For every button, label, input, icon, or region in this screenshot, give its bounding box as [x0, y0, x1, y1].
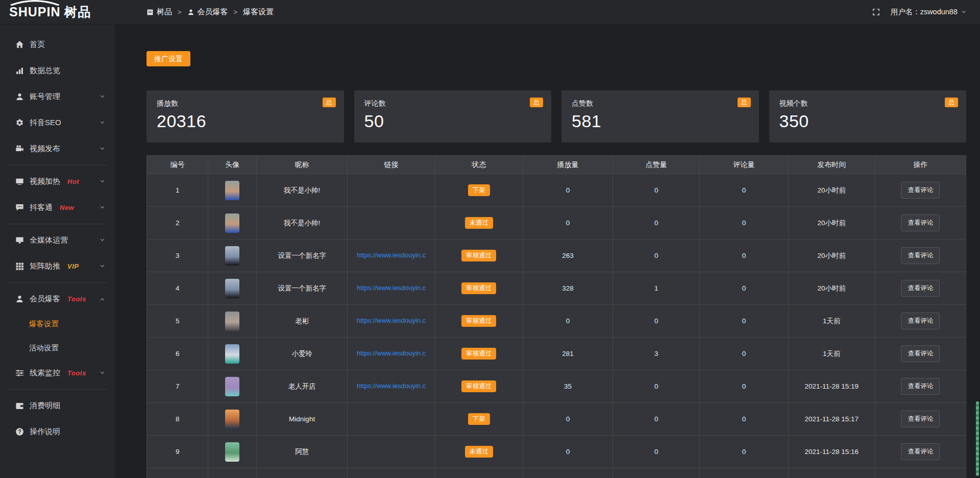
sliders-icon	[15, 369, 24, 377]
cell-plays: 328	[523, 272, 613, 305]
cell-empty	[875, 468, 966, 478]
user-menu[interactable]: 用户名：zswodun88	[891, 7, 967, 17]
cell-nickname: 老人开店	[257, 370, 348, 403]
cell-plays: 281	[523, 338, 613, 370]
sidebar-subitem-baoke-settings[interactable]: 爆客设置	[0, 312, 115, 336]
table-row: 2我不是小帅!未通过00020小时前查看评论	[147, 207, 966, 240]
sidebar-item-member-baoke[interactable]: 会员爆客Tools	[0, 286, 115, 312]
column-header: 链接	[348, 156, 435, 174]
comments-value: 0	[742, 317, 746, 325]
sidebar-item-douyin-seo[interactable]: 抖音SEO	[0, 110, 115, 136]
column-header: 发布时间	[788, 156, 875, 174]
video-link[interactable]: https://www.iesdouyin.c	[357, 317, 426, 324]
cell-publish-time: 20小时前	[788, 207, 875, 240]
row-id: 3	[176, 252, 180, 259]
avatar	[225, 312, 239, 331]
status-badge: 审核通过	[461, 282, 496, 295]
view-comments-button[interactable]: 查看评论	[901, 411, 940, 427]
cell-id: 9	[147, 436, 208, 468]
sidebar-item-label: 视频加热	[30, 177, 60, 186]
sidebar-item-matrix-boost[interactable]: 矩阵助推VIP	[0, 253, 115, 279]
chevron-down-icon	[99, 119, 106, 126]
logo-arc-icon	[9, 0, 60, 6]
cell-plays: 0	[523, 403, 613, 436]
cell-status: 审核通过	[435, 338, 523, 370]
question-icon: ?	[15, 427, 24, 436]
likes-value: 0	[654, 186, 658, 194]
sidebar-item-douketong[interactable]: 抖客通New	[0, 195, 115, 221]
sidebar-item-label: 抖音SEO	[30, 118, 61, 128]
sidebar-item-label: 线索监控	[30, 368, 60, 378]
view-comments-button[interactable]: 查看评论	[901, 345, 940, 362]
status-badge: 审核通过	[461, 315, 496, 327]
view-comments-button[interactable]: 查看评论	[901, 313, 940, 329]
plays-value: 0	[566, 415, 570, 423]
likes-value: 0	[654, 415, 658, 423]
cell-nickname: 设置一个新名字	[257, 240, 348, 272]
sidebar-item-clue-monitor[interactable]: 线索监控Tools	[0, 360, 115, 386]
comments-value: 0	[742, 350, 746, 357]
nickname-label: 设置一个新名字	[278, 252, 326, 259]
breadcrumb-label: 树品	[157, 7, 172, 17]
cell-publish-time: 2021-11-28 15:16	[788, 436, 875, 468]
cell-id: 4	[147, 272, 208, 305]
cell-link: https://www.iesdouyin.c	[348, 272, 435, 305]
sidebar-item-video-heating[interactable]: 视频加热Hot	[0, 169, 115, 195]
svg-text:?: ?	[18, 428, 21, 435]
nickname-label: 设置一个新名字	[278, 284, 326, 292]
sidebar-subitem-label: 活动设置	[29, 343, 59, 353]
sidebar-divider	[8, 282, 107, 283]
view-comments-button[interactable]: 查看评论	[901, 247, 940, 264]
view-comments-button[interactable]: 查看评论	[901, 182, 940, 199]
cell-comments: 0	[700, 403, 788, 436]
promo-settings-button[interactable]: 推广设置	[146, 51, 190, 66]
cell-link: https://www.iesdouyin.c	[348, 338, 435, 370]
brand-logo-text: SHUPIN	[9, 6, 60, 18]
likes-value: 0	[654, 317, 658, 325]
sidebar-item-operation-guide[interactable]: ?操作说明	[0, 419, 115, 445]
view-comments-button[interactable]: 查看评论	[901, 378, 940, 395]
breadcrumb-label: 爆客设置	[243, 7, 274, 17]
plays-value: 0	[566, 219, 570, 227]
sidebar-item-video-publish[interactable]: 视频发布	[0, 136, 115, 162]
wallet-icon	[15, 401, 24, 410]
sidebar-item-home[interactable]: 首页	[0, 32, 115, 58]
stat-card-label: 点赞数	[572, 99, 749, 108]
plays-value: 35	[564, 383, 572, 390]
cell-plays: 0	[523, 174, 613, 207]
breadcrumb-item-member-baoke[interactable]: 会员爆客	[187, 7, 228, 17]
sidebar-divider	[8, 165, 107, 165]
video-link[interactable]: https://www.iesdouyin.c	[357, 284, 426, 292]
stat-card-value: 350	[779, 112, 957, 131]
cell-likes: 0	[613, 240, 700, 272]
sidebar-item-tag: Tools	[67, 369, 86, 377]
comments-value: 0	[742, 252, 746, 259]
video-link[interactable]: https://www.iesdouyin.c	[357, 349, 426, 357]
sidebar-item-omni-media[interactable]: 全媒体运营	[0, 227, 115, 253]
column-header: 播放量	[523, 156, 613, 174]
plays-value: 281	[562, 350, 574, 357]
username-label: 用户名：zswodun88	[891, 7, 958, 17]
sidebar-subitem-activity-settings[interactable]: 活动设置	[0, 336, 115, 360]
cell-empty	[208, 468, 257, 478]
sidebar-item-label: 全媒体运营	[30, 235, 68, 245]
breadcrumb-item-shupin[interactable]: 树品	[146, 7, 172, 17]
view-comments-button[interactable]: 查看评论	[901, 214, 940, 231]
avatar	[225, 377, 239, 396]
cell-avatar	[208, 436, 257, 468]
cell-plays: 263	[523, 240, 613, 272]
sidebar-item-data-overview[interactable]: 数据总览	[0, 58, 115, 84]
publish-time-label: 20小时前	[817, 219, 846, 227]
view-comments-button[interactable]: 查看评论	[901, 280, 940, 297]
fullscreen-icon[interactable]	[872, 8, 880, 16]
video-link[interactable]: https://www.iesdouyin.c	[357, 251, 426, 259]
scrollbar-thumb[interactable]	[976, 401, 979, 476]
video-link[interactable]: https://www.iesdouyin.c	[357, 382, 426, 390]
nickname-label: 老彬	[295, 317, 309, 325]
view-comments-button[interactable]: 查看评论	[901, 443, 940, 460]
cell-comments: 0	[700, 272, 788, 305]
table-row: 7老人开店https://www.iesdouyin.c审核通过35002021…	[147, 370, 966, 403]
sidebar-item-account-management[interactable]: 账号管理	[0, 84, 115, 110]
sidebar-item-consumption-detail[interactable]: 消费明细	[0, 393, 115, 419]
table-row: 3设置一个新名字https://www.iesdouyin.c审核通过26300…	[147, 240, 966, 272]
